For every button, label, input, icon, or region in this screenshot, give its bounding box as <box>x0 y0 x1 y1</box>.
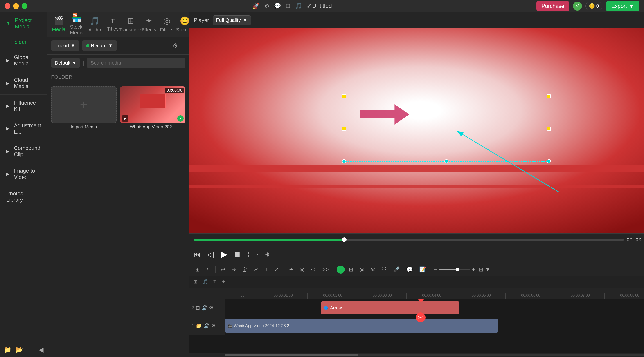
more-options-btn[interactable]: ▼ <box>485 266 490 273</box>
mark-out-button[interactable]: } <box>256 251 258 258</box>
sidebar-item-project-media[interactable]: ▼ Project Media <box>0 12 47 35</box>
zoom-slider[interactable] <box>439 269 470 270</box>
handle-br[interactable] <box>547 159 551 163</box>
progress-track[interactable] <box>194 239 624 241</box>
add-track-icon[interactable]: ⊞ <box>196 305 200 311</box>
undo-button[interactable]: ↩ <box>218 265 227 274</box>
record-button[interactable]: Record ▼ <box>82 40 117 51</box>
zoom-out-icon[interactable]: − <box>434 266 437 273</box>
record-track-button[interactable] <box>337 266 345 274</box>
text-button[interactable]: T <box>262 265 270 274</box>
close-button[interactable] <box>4 3 10 9</box>
delete-button[interactable]: 🗑 <box>240 265 250 274</box>
add-text-track[interactable]: T <box>212 278 218 286</box>
prev-frame-button[interactable]: ◁| <box>207 250 214 258</box>
speed-button[interactable]: ⏱ <box>308 265 318 274</box>
sidebar-item-influence-kit[interactable]: ▶ Influence Kit <box>0 95 47 117</box>
track-file-icon[interactable]: 📁 <box>196 323 202 329</box>
filter-icon[interactable]: ⚙ <box>172 42 178 49</box>
message-icon[interactable]: 💬 <box>274 2 281 9</box>
music-icon[interactable]: 🎵 <box>295 2 302 9</box>
sidebar-item-global-media[interactable]: ▶ Global Media <box>0 49 47 72</box>
handle-mr[interactable] <box>547 127 551 131</box>
quality-select[interactable]: Full Quality ▼ <box>213 15 251 25</box>
add-video-track[interactable]: ⊞ <box>192 278 199 286</box>
handle-tr[interactable] <box>547 94 551 98</box>
handle-bm[interactable] <box>444 159 448 163</box>
scrollbar-thumb[interactable] <box>225 354 358 356</box>
track-audio-icon-2[interactable]: 🔊 <box>204 323 210 329</box>
split-button[interactable]: ◎ <box>357 265 366 274</box>
tab-transitions[interactable]: ⊞ Transitions <box>122 14 140 35</box>
user-avatar[interactable]: V <box>573 1 582 10</box>
handle-tl[interactable] <box>342 94 346 98</box>
mic-button[interactable]: 🎤 <box>391 265 402 274</box>
tab-filters[interactable]: ◎ Filters <box>158 14 176 35</box>
track-audio-icon[interactable]: 🔊 <box>202 305 208 311</box>
track-clip-arrow[interactable]: 🔷 Arrow <box>321 302 460 314</box>
sidebar-item-image-to-video[interactable]: ▶ Image to Video <box>0 163 47 185</box>
zoom-in-icon[interactable]: + <box>472 266 475 273</box>
badge-button[interactable]: 🛡 <box>379 265 389 274</box>
default-folder-button[interactable]: Default ▼ <box>51 58 80 68</box>
add-effect-track[interactable]: ✦ <box>220 278 227 286</box>
layout-icon[interactable]: ⊞ <box>193 265 202 274</box>
more-icon[interactable]: ··· <box>180 42 186 49</box>
tab-media[interactable]: 🎬 Media <box>50 13 68 35</box>
track-visible-icon-2[interactable]: 👁 <box>212 323 216 329</box>
settings-icon[interactable]: ⚙ <box>264 2 269 9</box>
import-card-thumbnail[interactable]: + <box>51 86 116 123</box>
progress-thumb[interactable] <box>342 237 346 242</box>
collapse-icon[interactable]: ◀ <box>39 346 44 354</box>
timeline-scrollbar[interactable] <box>189 353 644 357</box>
export-button[interactable]: Export ▼ <box>606 1 640 11</box>
add-audio-track[interactable]: 🎵 <box>200 278 210 286</box>
new-folder-icon[interactable]: 📁 <box>4 346 12 354</box>
handle-bl[interactable] <box>342 159 346 163</box>
sidebar-item-folder[interactable]: Folder <box>0 35 47 49</box>
scrollbar-track[interactable] <box>225 354 644 356</box>
minimize-button[interactable] <box>13 3 19 9</box>
whatsapp-video-card[interactable]: 00:00:06 ▶ ✓ WhatsApp Video 202... <box>120 86 186 354</box>
video-card-thumbnail[interactable]: 00:00:06 ▶ ✓ <box>120 86 186 123</box>
select-tool[interactable]: ↖ <box>204 265 213 274</box>
add-folder-icon[interactable]: 📂 <box>15 346 23 354</box>
sidebar-item-adjustment[interactable]: ▶ Adjustment L... <box>0 117 47 140</box>
mask-button[interactable]: ◎ <box>298 265 307 274</box>
crop-button[interactable]: ⤢ <box>272 265 281 274</box>
sidebar-item-photos-library[interactable]: Photos Library <box>0 185 47 208</box>
purchase-button[interactable]: Purchase <box>536 1 569 11</box>
tab-effects[interactable]: ✦ Effects <box>140 14 158 35</box>
mark-in-button[interactable]: { <box>248 251 250 258</box>
redo-button[interactable]: ↪ <box>229 265 238 274</box>
handle-ml[interactable] <box>342 127 346 131</box>
sidebar-item-compound-clip[interactable]: ▶ Compound Clip <box>0 140 47 163</box>
pip-button[interactable]: ⊞ <box>346 265 356 274</box>
tab-stock-media[interactable]: 🏪 Stock Media <box>68 12 86 37</box>
track-visible-icon[interactable]: 👁 <box>210 305 214 311</box>
grid-view-btn[interactable]: ⊞ <box>479 266 483 273</box>
search-input[interactable] <box>87 58 186 68</box>
add-timeline-button[interactable]: ⊕ <box>265 251 270 258</box>
stop-button[interactable]: ⏹ <box>234 250 241 258</box>
play-button[interactable]: ▶ <box>221 250 227 259</box>
sidebar-item-cloud-media[interactable]: ▶ Cloud Media <box>0 72 47 95</box>
caption-button[interactable]: 💬 <box>404 265 415 274</box>
import-button[interactable]: Import ▼ <box>51 40 80 51</box>
import-media-card[interactable]: + Import Media <box>51 86 116 354</box>
zoom-thumb[interactable] <box>456 268 460 271</box>
effect-button[interactable]: ✦ <box>287 265 296 274</box>
freeze-button[interactable]: ❄ <box>368 265 377 274</box>
grid-icon[interactable]: ⊞ <box>286 2 290 9</box>
tab-audio[interactable]: 🎵 Audio <box>86 14 104 35</box>
rewind-button[interactable]: ⏮ <box>194 250 200 258</box>
selection-box[interactable] <box>344 96 549 162</box>
notification-icon[interactable]: 🚀 <box>252 2 260 9</box>
track-clip-video[interactable]: 🎬 WhatsApp Video 2024-12-28 2... <box>225 319 498 333</box>
more-tools-button[interactable]: >> <box>320 265 331 274</box>
cut-button[interactable]: ✂ <box>252 265 260 274</box>
maximize-button[interactable] <box>22 3 28 9</box>
share-icon[interactable]: ⤢ <box>307 2 312 9</box>
text2-button[interactable]: 📝 <box>417 265 428 274</box>
tab-stickers[interactable]: 😊 Stickers <box>176 14 189 35</box>
